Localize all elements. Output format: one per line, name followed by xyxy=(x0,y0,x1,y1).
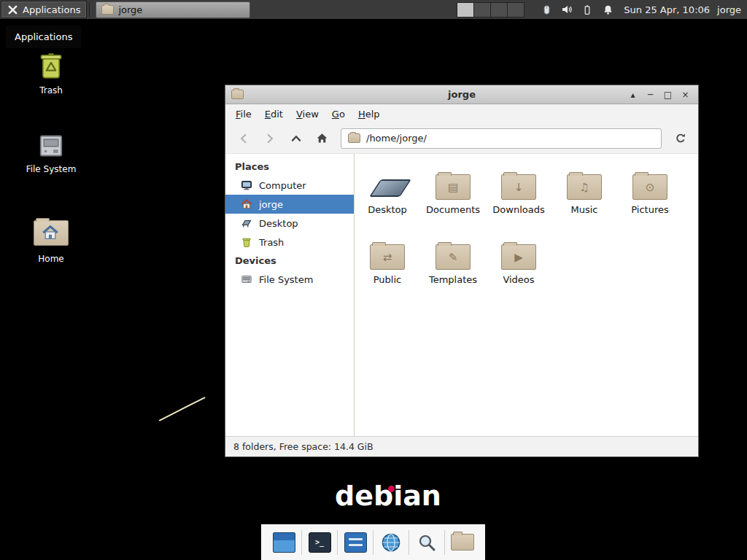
toolbar: /home/jorge/ xyxy=(225,123,698,153)
file-item-label: Templates xyxy=(429,274,477,285)
forward-button[interactable] xyxy=(258,128,282,149)
desktop-root: Applications jorge xyxy=(0,0,747,560)
applications-menu-button[interactable]: Applications xyxy=(1,1,87,18)
sidebar-item-trash[interactable]: Trash xyxy=(225,233,354,252)
file-manager-launcher[interactable] xyxy=(341,529,369,556)
titlebar[interactable]: jorge ▴ ─ □ × xyxy=(225,85,698,104)
desktop-icon-home[interactable]: Home xyxy=(18,220,84,264)
sidebar-item-desktop[interactable]: Desktop xyxy=(225,214,354,233)
file-item-label: Documents xyxy=(426,204,480,215)
directory-menu-launcher[interactable] xyxy=(449,529,476,556)
minimize-button[interactable]: ─ xyxy=(643,88,657,101)
sidebar-item-label: Computer xyxy=(259,180,306,191)
file-item-documents[interactable]: ▤ Documents xyxy=(420,165,486,215)
workspace-switcher xyxy=(457,2,525,18)
file-item-downloads[interactable]: ↓ Downloads xyxy=(486,165,551,215)
user-actions-button[interactable]: jorge xyxy=(717,4,741,15)
menu-file[interactable]: File xyxy=(229,104,258,123)
drive-icon xyxy=(241,273,252,285)
sidebar-item-label: File System xyxy=(259,274,313,285)
menu-view[interactable]: View xyxy=(290,104,325,123)
reload-button[interactable] xyxy=(668,128,692,149)
back-button[interactable] xyxy=(231,128,255,149)
file-manager-window: jorge ▴ ─ □ × File Edit View Go Help xyxy=(225,85,699,457)
file-item-videos[interactable]: ▶ Videos xyxy=(486,235,551,285)
workspace-3[interactable] xyxy=(491,3,508,17)
applications-tooltip: Applications xyxy=(6,26,81,48)
menu-help[interactable]: Help xyxy=(352,104,387,123)
notifications-bell-icon[interactable] xyxy=(601,3,614,16)
desktop-icon-filesystem[interactable]: File System xyxy=(18,133,84,174)
file-item-pictures[interactable]: ⊙ Pictures xyxy=(617,165,683,215)
taskbar-button-label: jorge xyxy=(118,4,142,15)
sidebar-item-label: Desktop xyxy=(259,218,298,229)
terminal-launcher[interactable]: >_ xyxy=(306,529,333,556)
folder-templates-icon: ✎ xyxy=(436,244,471,270)
workspace-2[interactable] xyxy=(474,3,491,17)
home-icon xyxy=(316,132,328,144)
applications-menu-icon xyxy=(7,4,18,15)
workspace-4[interactable] xyxy=(508,3,524,17)
menu-edit[interactable]: Edit xyxy=(258,104,290,123)
documents-emblem: ▤ xyxy=(436,182,470,193)
file-item-label: Music xyxy=(571,204,598,215)
magnifier-icon xyxy=(417,532,437,553)
home-button[interactable] xyxy=(310,128,334,149)
public-emblem: ⇄ xyxy=(371,252,404,263)
file-item-label: Desktop xyxy=(368,204,407,215)
sidebar-item-computer[interactable]: Computer xyxy=(225,176,354,195)
folder-icon xyxy=(101,5,114,15)
file-item-desktop[interactable]: Desktop xyxy=(355,165,420,215)
reload-icon xyxy=(675,133,686,144)
show-desktop-button[interactable] xyxy=(270,529,298,556)
file-item-label: Pictures xyxy=(631,204,668,215)
web-browser-launcher[interactable] xyxy=(377,529,405,556)
desktop-icon xyxy=(241,217,252,229)
shade-button[interactable]: ▴ xyxy=(626,88,640,101)
dock-separator xyxy=(337,530,338,555)
up-button[interactable] xyxy=(284,128,308,149)
home-icon xyxy=(241,198,252,210)
file-item-public[interactable]: ⇄ Public xyxy=(355,235,420,285)
desktop-icon-label: Trash xyxy=(39,85,63,96)
trash-icon xyxy=(38,51,64,80)
dock-separator xyxy=(301,530,302,555)
path-bar[interactable]: /home/jorge/ xyxy=(341,128,662,149)
file-item-templates[interactable]: ✎ Templates xyxy=(420,235,486,285)
folder-music-icon: ♫ xyxy=(567,174,602,200)
globe-icon xyxy=(381,532,401,553)
sidebar-item-label: Trash xyxy=(259,237,284,248)
path-text: /home/jorge/ xyxy=(366,133,427,144)
power-manager-icon[interactable] xyxy=(581,3,594,16)
mouse-settings-icon[interactable] xyxy=(540,3,553,16)
sidebar-item-label: jorge xyxy=(259,199,283,210)
sidebar-item-jorge[interactable]: jorge xyxy=(225,195,354,214)
terminal-icon: >_ xyxy=(309,532,331,553)
application-finder-launcher[interactable] xyxy=(413,529,441,556)
dock-separator xyxy=(409,530,409,555)
panel-separator xyxy=(89,2,91,17)
file-item-label: Videos xyxy=(503,274,534,285)
file-item-music[interactable]: ♫ Music xyxy=(551,165,617,215)
taskbar-button-jorge[interactable]: jorge xyxy=(96,1,250,18)
sidebar-item-filesystem[interactable]: File System xyxy=(225,270,354,289)
sidebar: Places Computer xyxy=(225,154,355,436)
file-manager-icon xyxy=(344,532,367,553)
maximize-button[interactable]: □ xyxy=(661,88,675,101)
back-icon xyxy=(238,133,249,144)
menu-go[interactable]: Go xyxy=(325,104,352,123)
close-button[interactable]: × xyxy=(678,88,692,101)
music-emblem: ♫ xyxy=(568,182,601,193)
status-text: 8 folders, Free space: 14.4 GiB xyxy=(233,441,374,452)
file-item-label: Public xyxy=(374,274,401,285)
menubar: File Edit View Go Help xyxy=(225,104,698,123)
volume-icon[interactable] xyxy=(560,3,573,16)
desktop-icon-trash[interactable]: Trash xyxy=(18,51,84,96)
desktop-icon-label: Home xyxy=(38,254,63,264)
workspace-1[interactable] xyxy=(457,3,474,17)
computer-icon xyxy=(241,179,252,191)
drive-icon xyxy=(38,133,64,159)
sidebar-header-devices: Devices xyxy=(225,252,354,270)
clock[interactable]: Sun 25 Apr, 10:06 xyxy=(624,4,710,15)
pictures-emblem: ⊙ xyxy=(633,182,667,193)
